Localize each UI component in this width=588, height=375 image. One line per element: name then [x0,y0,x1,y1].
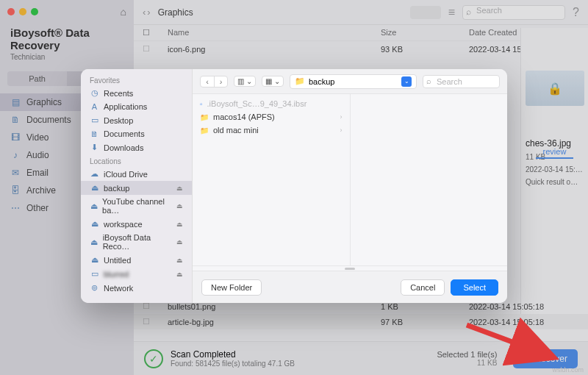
eject-icon[interactable]: ⏏ [176,202,183,210]
column-resize-handle[interactable] [193,265,507,271]
desktop-icon: ▭ [90,115,99,125]
dialog-toolbar: ‹ › ▥⌄ ▦⌄ 📁 backup ⌄ Search [193,69,507,94]
locations-heading: Locations [81,154,192,167]
columns-icon: ▥ [237,77,244,85]
folder-icon: 📁 [295,76,305,86]
cloud-icon: ☁ [90,169,99,179]
sidebar-applications[interactable]: AApplications [81,100,192,113]
eject-icon[interactable]: ⏏ [176,257,183,264]
sidebar-blurred[interactable]: ▭blurred⏏ [81,267,192,281]
documents-icon: 🗎 [90,129,99,138]
browser-column-1: ▫.iBoysoft_Sc…9_49_34.ibsr 📁macos14 (APF… [193,94,351,265]
forward-icon[interactable]: › [214,76,227,87]
network-icon: ⊚ [90,283,99,293]
folder-icon: 📁 [200,113,209,121]
eject-icon[interactable]: ⏏ [176,221,183,228]
sidebar-icloud[interactable]: ☁iCloud Drive [81,167,192,181]
drive-icon: ⏏ [90,255,99,265]
chevron-down-icon: ⌄ [274,77,280,85]
file-item[interactable]: ▫.iBoysoft_Sc…9_49_34.ibsr [193,97,350,110]
drive-icon: ⏏ [90,219,99,229]
watermark: wsldn.com [552,366,584,374]
dialog-nav-arrows: ‹ › [200,76,228,88]
sidebar-downloads[interactable]: ⬇Downloads [81,140,192,154]
sidebar-untitled[interactable]: ⏏Untitled⏏ [81,253,192,267]
dialog-search-input[interactable]: Search [423,75,500,88]
folder-icon: 📁 [200,126,209,135]
sidebar-workspace[interactable]: ⏏workspace⏏ [81,217,192,231]
downloads-icon: ⬇ [90,143,99,152]
chevron-down-icon: ⌄ [246,77,252,85]
folder-item[interactable]: 📁macos14 (APFS)› [193,110,350,124]
drive-icon: ⏏ [90,238,98,247]
column-browser: ▫.iBoysoft_Sc…9_49_34.ibsr 📁macos14 (APF… [193,94,507,265]
sidebar-documents[interactable]: 🗎Documents [81,127,192,140]
back-icon[interactable]: ‹ [201,76,214,87]
drive-icon: ▭ [90,269,99,279]
favorites-heading: Favorites [81,74,192,86]
folder-item[interactable]: 📁old mac mini› [193,124,350,137]
select-button[interactable]: Select [451,279,498,296]
eject-icon[interactable]: ⏏ [176,185,183,192]
file-icon: ▫ [200,100,203,108]
grid-icon: ▦ [265,77,272,85]
sidebar-iboysoft[interactable]: ⏏iBoysoft Data Reco…⏏ [81,231,192,253]
sidebar-youtube[interactable]: ⏏YouTube channel ba…⏏ [81,195,192,217]
dialog-sidebar: Favorites ◷Recents AApplications ▭Deskto… [81,69,193,303]
eject-icon[interactable]: ⏏ [176,271,183,278]
app-icon: A [90,102,99,111]
view-mode-popup[interactable]: ▥⌄ [234,76,256,87]
eject-icon[interactable]: ⏏ [176,238,183,246]
group-popup[interactable]: ▦⌄ [262,76,284,87]
sidebar-desktop[interactable]: ▭Desktop [81,113,192,127]
cancel-button[interactable]: Cancel [401,279,445,296]
location-popup[interactable]: 📁 backup ⌄ [290,74,417,89]
browser-column-2 [351,94,508,265]
sidebar-recents[interactable]: ◷Recents [81,86,192,100]
dialog-footer: New Folder Cancel Select [193,271,507,303]
sidebar-network[interactable]: ⊚Network [81,281,192,295]
drive-icon: ⏏ [90,201,98,211]
popup-chevron-icon: ⌄ [401,76,412,87]
chevron-right-icon: › [340,113,343,121]
dialog-main: ‹ › ▥⌄ ▦⌄ 📁 backup ⌄ Search ▫.iBoysoft_S… [193,69,507,303]
drive-icon: ⏏ [90,183,99,193]
sidebar-backup[interactable]: ⏏backup⏏ [81,181,192,195]
clock-icon: ◷ [90,88,99,98]
new-folder-button[interactable]: New Folder [201,279,262,296]
chevron-right-icon: › [340,126,343,134]
save-dialog: Favorites ◷Recents AApplications ▭Deskto… [81,69,507,303]
